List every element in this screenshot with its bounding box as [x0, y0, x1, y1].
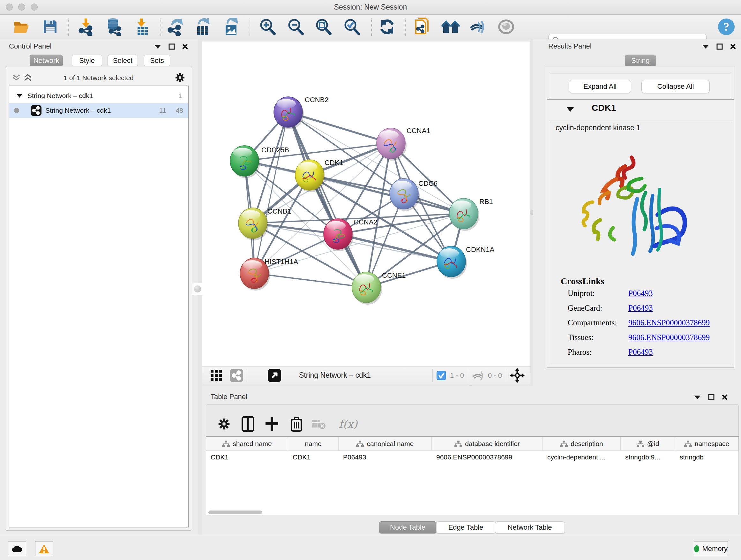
tab-network-table[interactable]: Network Table	[495, 521, 565, 534]
string-style-icon[interactable]	[230, 369, 243, 382]
column-header-shared-name[interactable]: shared name	[206, 437, 288, 450]
column-header-name[interactable]: name	[288, 437, 339, 450]
column-type-icon	[560, 440, 568, 447]
collapse-all-button[interactable]: Collapse All	[642, 80, 710, 93]
float-panel-icon[interactable]	[169, 44, 175, 50]
network-view-canvas[interactable]: CCNB2CCNA1CDC25BCDK1CDC6RB1CCNB1CCNA2CDK…	[202, 42, 530, 367]
export-image-icon[interactable]	[221, 17, 241, 37]
network-row-label: String Network – cdk1	[45, 107, 111, 114]
left-splitter-handle[interactable]	[192, 283, 203, 295]
collapse-panel-icon[interactable]	[702, 44, 710, 49]
column-header--id[interactable]: @id	[621, 437, 675, 450]
node-label-CCNA2: CCNA2	[354, 218, 378, 226]
network-collection-label: String Network – cdk1	[27, 92, 93, 100]
zoom-fit-icon[interactable]	[314, 17, 333, 37]
crosslink-link[interactable]: 9606.ENSP00000378699	[628, 318, 710, 327]
node-label-CCNE1: CCNE1	[382, 271, 406, 279]
show-eye-icon[interactable]	[496, 17, 516, 37]
network-options-gear-icon[interactable]	[175, 72, 185, 83]
delete-column-trash-icon[interactable]	[286, 414, 307, 434]
scrollbar-thumb[interactable]	[208, 510, 262, 514]
selected-nodes-checkbox-icon[interactable]	[436, 371, 446, 380]
fit-content-crosshair-icon[interactable]	[510, 368, 525, 383]
protein-name: CDK1	[592, 103, 616, 113]
node-label-HIST1H1A: HIST1H1A	[265, 258, 298, 266]
table-cell[interactable]: cyclin-dependent ...	[543, 450, 621, 464]
column-type-icon	[222, 440, 230, 447]
float-panel-icon[interactable]	[717, 44, 723, 50]
string-results-container: Expand All Collapse All CDK1 cyclin-depe…	[545, 66, 735, 369]
help-icon[interactable]: ?	[717, 17, 736, 37]
network-collection-row[interactable]: String Network – cdk1 1	[9, 88, 188, 103]
section-expander-icon[interactable]	[566, 107, 575, 112]
export-table-icon[interactable]	[193, 17, 212, 37]
import-network-file-icon[interactable]	[77, 17, 96, 37]
expand-all-button[interactable]: Expand All	[569, 80, 631, 93]
refresh-layout-icon[interactable]	[378, 17, 397, 37]
crosslink-link[interactable]: P06493	[628, 348, 653, 357]
column-header-database-identifier[interactable]: database identifier	[432, 437, 543, 450]
import-network-database-icon[interactable]	[104, 17, 123, 37]
close-panel-icon[interactable]	[730, 44, 736, 50]
open-in-window-icon[interactable]	[268, 369, 281, 382]
function-builder-icon: f(x)	[334, 414, 362, 434]
tab-node-table[interactable]: Node Table	[379, 521, 437, 534]
crosslink-link[interactable]: P06493	[628, 289, 653, 298]
open-session-icon[interactable]	[12, 17, 31, 37]
collapse-panel-icon[interactable]	[154, 44, 161, 49]
memory-button[interactable]: Memory	[694, 541, 728, 556]
close-panel-icon[interactable]	[722, 394, 728, 400]
warnings-button[interactable]	[35, 541, 53, 556]
table-cell[interactable]: CDK1	[288, 450, 339, 464]
show-columns-icon[interactable]	[238, 414, 258, 434]
tab-sets[interactable]: Sets	[144, 55, 170, 67]
table-row[interactable]: CDK1CDK1P064939606.ENSP00000378699cyclin…	[206, 450, 738, 464]
table-cell[interactable]: stringdb	[675, 450, 738, 464]
node-label-CDC25B: CDC25B	[261, 146, 289, 154]
tab-style[interactable]: Style	[72, 55, 102, 67]
network-edge-HIST1H1A-CCNE1[interactable]	[254, 273, 366, 287]
crosslink-link[interactable]: 9606.ENSP00000378699	[628, 333, 710, 342]
network-list: String Network – cdk1 1 String Network –…	[9, 85, 189, 527]
tab-string[interactable]: String	[625, 55, 656, 67]
birds-eye-view-icon[interactable]	[210, 369, 223, 382]
crosslink-link[interactable]: P06493	[628, 304, 653, 313]
network-graph[interactable]: CCNB2CCNA1CDC25BCDK1CDC6RB1CCNB1CCNA2CDK…	[202, 42, 530, 367]
crosslink-row: Pharos: P06493	[568, 348, 592, 357]
table-settings-gear-icon[interactable]	[214, 414, 234, 434]
network-edge-CCNB2-CCNA1[interactable]	[288, 112, 391, 143]
table-cell[interactable]: CDK1	[206, 450, 288, 464]
copy-network-document-icon[interactable]	[413, 17, 432, 37]
network-edge-CCNB2-CCNE1[interactable]	[288, 112, 366, 287]
save-session-icon[interactable]	[41, 17, 60, 37]
memory-status-dot	[694, 545, 699, 552]
column-header-namespace[interactable]: namespace	[675, 437, 738, 450]
float-panel-icon[interactable]	[708, 394, 715, 400]
tab-select[interactable]: Select	[108, 55, 138, 67]
cloud-status-button[interactable]	[8, 541, 26, 556]
table-horizontal-scrollbar[interactable]	[206, 510, 739, 515]
column-header-description[interactable]: description	[543, 437, 621, 450]
zoom-in-icon[interactable]	[258, 17, 277, 37]
tab-network[interactable]: Network	[30, 55, 63, 67]
table-cell[interactable]: P06493	[339, 450, 432, 464]
zoom-selected-icon[interactable]	[342, 17, 361, 37]
hide-selected-eye-icon[interactable]	[468, 17, 487, 37]
close-panel-icon[interactable]	[182, 44, 188, 50]
column-header-canonical-name[interactable]: canonical name	[339, 437, 432, 450]
add-column-icon[interactable]	[262, 414, 282, 434]
collapse-panel-icon[interactable]	[693, 395, 701, 400]
table-cell[interactable]: 9606.ENSP00000378699	[432, 450, 543, 464]
node-label-CDK1: CDK1	[325, 159, 343, 167]
node-label-CCNB1: CCNB1	[267, 207, 291, 215]
network-row-selected[interactable]: String Network – cdk1 11 48	[9, 103, 188, 118]
import-table-icon[interactable]	[133, 17, 152, 37]
zoom-out-icon[interactable]	[286, 17, 305, 37]
tab-edge-table[interactable]: Edge Table	[436, 521, 495, 534]
control-panel: Control Panel Network Style Select Sets …	[0, 39, 198, 535]
tree-expander-icon[interactable]	[17, 94, 22, 98]
export-network-icon[interactable]	[165, 17, 185, 37]
network-edge-CCNB2-HIST1H1A[interactable]	[254, 112, 288, 273]
home-icon[interactable]	[441, 17, 460, 37]
table-cell[interactable]: stringdb:9...	[621, 450, 675, 464]
